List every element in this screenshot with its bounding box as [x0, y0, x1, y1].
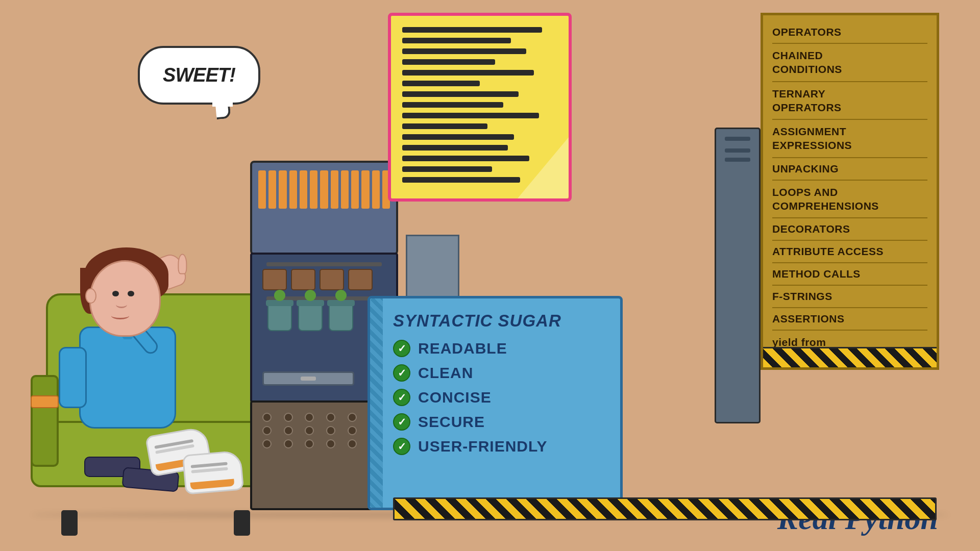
sugar-label-user-friendly: USER-FRIENDLY: [418, 438, 548, 455]
code-panel: [388, 13, 572, 202]
sugar-label-readable: READABLE: [418, 340, 507, 357]
panel-item-loops: LOOPS ANDCOMPREHENSIONS: [772, 181, 927, 219]
check-icon-user-friendly: ✓: [393, 438, 410, 455]
sugar-label-clean: CLEAN: [418, 364, 473, 382]
panel-text-ternary: TERNARYOPERATORS: [772, 88, 842, 113]
speech-bubble: SWEET!: [138, 46, 260, 105]
panel-text-decorators: DECORATORS: [772, 223, 850, 235]
panel-item-operators: OPERATORS: [772, 21, 927, 44]
check-icon-concise: ✓: [393, 389, 410, 406]
sugar-item-secure: ✓ SECURE: [385, 413, 605, 431]
panel-item-assignment: ASSIGNMENTEXPRESSIONS: [772, 120, 927, 158]
panel-text-attribute-access: ATTRIBUTE ACCESS: [772, 245, 884, 257]
panel-item-ternary: TERNARYOPERATORS: [772, 82, 927, 120]
panel-text-fstrings: F-STRINGS: [772, 290, 832, 302]
machine-top: [250, 161, 398, 255]
panel-item-unpacking: UNPACKING: [772, 158, 927, 181]
person-body: [79, 327, 176, 429]
panel-text-assertions: ASSERTIONS: [772, 313, 845, 324]
sugar-item-concise: ✓ CONCISE: [385, 389, 605, 406]
cushion: [31, 395, 59, 408]
check-icon-secure: ✓: [393, 413, 410, 431]
machine-tall: [715, 128, 761, 423]
panel-item-decorators: DECORATORS: [772, 218, 927, 241]
sugar-item-user-friendly: ✓ USER-FRIENDLY: [385, 438, 605, 455]
sugar-item-readable: ✓ READABLE: [385, 340, 605, 357]
panel-text-method-calls: METHOD CALLS: [772, 268, 861, 280]
panel-item-with-statement: with STATEMENT: [772, 369, 927, 370]
sugar-item-clean: ✓ CLEAN: [385, 364, 605, 382]
panel-item-attribute-access: ATTRIBUTE ACCESS: [772, 241, 927, 263]
panel-text-operators: OPERATORS: [772, 26, 842, 38]
hazard-bar-wide: [393, 497, 937, 520]
panel-text-assignment: ASSIGNMENTEXPRESSIONS: [772, 126, 852, 151]
sugar-title: SYNTACTIC SUGAR: [385, 311, 605, 331]
panel-text-loops: LOOPS ANDCOMPREHENSIONS: [772, 186, 879, 212]
panel-item-method-calls: METHOD CALLS: [772, 263, 927, 286]
panel-item-assertions: ASSERTIONS: [772, 308, 927, 331]
right-panel: OPERATORS CHAINEDCONDITIONS TERNARYOPERA…: [761, 13, 939, 370]
panel-item-chained-conditions: CHAINEDCONDITIONS: [772, 44, 927, 82]
check-icon-clean: ✓: [393, 364, 410, 382]
person-head: [84, 250, 166, 339]
sugar-label-concise: CONCISE: [418, 389, 492, 406]
speech-text: SWEET!: [163, 64, 235, 86]
shoe-right: [182, 450, 244, 495]
panel-item-fstrings: F-STRINGS: [772, 286, 927, 308]
panel-text-unpacking: UNPACKING: [772, 163, 839, 174]
sugar-label-secure: SECURE: [418, 413, 485, 431]
panel-text-chained-conditions: CHAINEDCONDITIONS: [772, 49, 842, 75]
right-panel-hazard: [763, 347, 937, 367]
check-icon-readable: ✓: [393, 340, 410, 357]
sugar-panel: SYNTACTIC SUGAR ✓ READABLE ✓ CLEAN ✓ CON…: [368, 296, 623, 510]
